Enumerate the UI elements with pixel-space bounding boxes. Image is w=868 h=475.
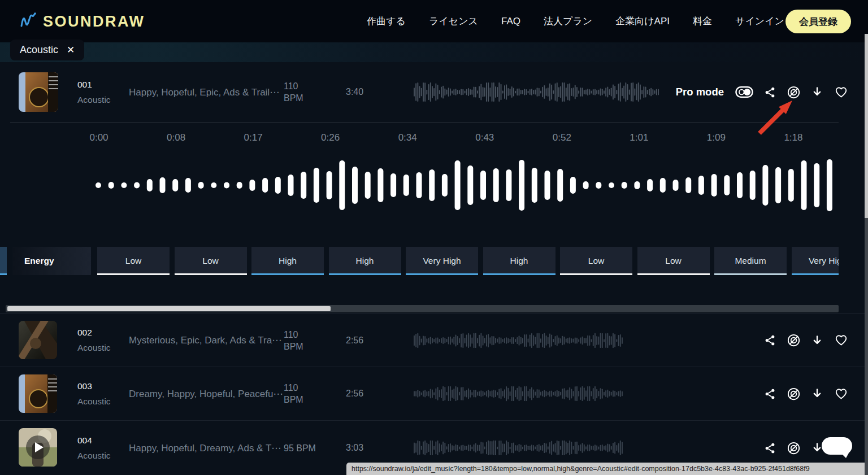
- time-label: 0:43: [475, 132, 494, 143]
- favorite-button[interactable]: [834, 333, 848, 348]
- horizontal-scrollbar[interactable]: [6, 305, 839, 312]
- track-genre: Acoustic: [77, 451, 111, 461]
- track-bpm-unit: BPM: [284, 394, 303, 406]
- genre-filter-tag[interactable]: Acoustic ✕: [10, 40, 84, 60]
- energy-track: LowLowHighHighVery HighHighLowLowMediumV…: [97, 247, 839, 275]
- share-icon: [763, 334, 776, 347]
- share-button[interactable]: [762, 333, 777, 348]
- energy-row-header: Energy: [12, 247, 91, 275]
- energy-segment-medium[interactable]: Medium: [714, 247, 787, 275]
- download-icon: [810, 85, 824, 99]
- energy-level-underline: [97, 273, 170, 275]
- nav-link-create-music[interactable]: 作曲する: [367, 15, 406, 28]
- track-number: 001: [77, 80, 111, 90]
- energy-segment-label: Very High: [423, 256, 461, 266]
- vertical-scrollbar-track[interactable]: [865, 218, 868, 475]
- nav-links: 作曲する ライセンス FAQ 法人プラン 企業向けAPI 料金 サインイン: [367, 0, 784, 42]
- energy-level-underline: [175, 273, 247, 275]
- copyright-free-button[interactable]: [786, 441, 801, 455]
- energy-segment-very-high[interactable]: Very High: [792, 247, 839, 275]
- copyright-free-button[interactable]: [786, 85, 801, 99]
- track-number: 002: [77, 328, 111, 338]
- energy-level-underline: [714, 273, 787, 275]
- time-label: 0:26: [321, 132, 340, 143]
- share-icon: [763, 442, 776, 455]
- share-button[interactable]: [762, 85, 777, 99]
- energy-segment-high[interactable]: High: [329, 247, 401, 275]
- track-thumbnail[interactable]: [19, 72, 58, 112]
- wave-logo-icon: [19, 9, 42, 34]
- share-button[interactable]: [762, 386, 777, 401]
- download-button[interactable]: [810, 386, 824, 401]
- nav-link-license[interactable]: ライセンス: [429, 15, 478, 28]
- track-meta: 004 Acoustic: [77, 421, 111, 475]
- pro-mode-toggle[interactable]: [735, 85, 753, 99]
- energy-segment-very-high[interactable]: Very High: [406, 247, 478, 275]
- time-label: 0:34: [398, 132, 417, 143]
- nav-link-business-plan[interactable]: 法人プラン: [544, 15, 592, 28]
- filter-tag-label: Acoustic: [20, 44, 58, 56]
- favorite-button[interactable]: [834, 85, 848, 99]
- energy-level-underline: [560, 273, 632, 275]
- nav-link-pricing[interactable]: 料金: [693, 15, 712, 28]
- heart-icon: [834, 387, 848, 401]
- heart-icon: [834, 333, 848, 347]
- track-row[interactable]: 002 Acoustic Mysterious, Epic, Dark, Ads…: [0, 314, 868, 367]
- track-meta: 003 Acoustic: [77, 367, 111, 420]
- track-bpm-value: 110: [284, 382, 303, 394]
- download-button[interactable]: [810, 333, 824, 348]
- track-thumbnail[interactable]: [19, 428, 57, 467]
- soundraw-logo[interactable]: SOUNDRAW: [19, 9, 145, 34]
- track-waveform-preview[interactable]: [413, 367, 623, 420]
- share-button[interactable]: [762, 441, 777, 455]
- track-bpm: 110 BPM: [284, 62, 303, 122]
- copyright-free-button[interactable]: [786, 333, 801, 348]
- signup-button[interactable]: 会員登録: [785, 10, 851, 33]
- time-label: 1:09: [707, 132, 726, 143]
- energy-segment-low[interactable]: Low: [637, 247, 710, 275]
- energy-segment-low[interactable]: Low: [560, 247, 632, 275]
- track-thumbnail[interactable]: [19, 374, 57, 413]
- track-bpm: 110 BPM: [284, 367, 303, 420]
- energy-segment-high[interactable]: High: [483, 247, 555, 275]
- favorite-button[interactable]: [834, 386, 848, 401]
- energy-segment-label: Very High: [809, 256, 839, 266]
- composition-waveform[interactable]: [0, 157, 868, 213]
- track-description: Dreamy, Happy, Hopeful, Peacefu⋯: [129, 367, 283, 420]
- track-bpm: 110 BPM: [284, 314, 303, 367]
- energy-segment-low[interactable]: Low: [175, 247, 247, 275]
- copyright-free-icon: [787, 441, 801, 455]
- filter-strip: [0, 42, 868, 62]
- track-bpm-value: 95 BPM: [284, 442, 316, 454]
- vertical-scrollbar-thumb[interactable]: [865, 34, 868, 218]
- horizontal-scrollbar-thumb[interactable]: [7, 306, 331, 311]
- track-description: Mysterious, Epic, Dark, Ads & Tra⋯: [129, 314, 281, 367]
- energy-segment-high[interactable]: High: [251, 247, 324, 275]
- track-bpm-unit: BPM: [284, 341, 303, 352]
- nav-link-faq[interactable]: FAQ: [501, 16, 520, 27]
- track-waveform-preview[interactable]: [413, 62, 659, 122]
- chat-bubble-icon: [821, 435, 853, 459]
- track-waveform-preview[interactable]: [413, 314, 623, 367]
- track-row[interactable]: 003 Acoustic Dreamy, Happy, Hopeful, Pea…: [0, 367, 868, 420]
- energy-segment-label: Low: [665, 256, 681, 266]
- track-description: Happy, Hopeful, Epic, Ads & Trail⋯: [129, 62, 279, 122]
- track-row[interactable]: 001 Acoustic Happy, Hopeful, Epic, Ads &…: [0, 62, 868, 122]
- chat-widget-button[interactable]: [821, 435, 853, 461]
- track-duration: 3:40: [346, 62, 363, 122]
- energy-segment-label: Low: [588, 256, 604, 266]
- time-label: 1:18: [784, 132, 802, 143]
- nav-link-sign-in[interactable]: サインイン: [735, 15, 784, 28]
- energy-segment-partial[interactable]: [0, 247, 7, 275]
- copyright-free-button[interactable]: [786, 386, 801, 401]
- status-url-text: https://soundraw.io/ja/edit_music?length…: [351, 465, 810, 473]
- track-genre: Acoustic: [77, 343, 111, 353]
- nav-link-enterprise-api[interactable]: 企業向けAPI: [615, 15, 670, 28]
- close-icon[interactable]: ✕: [67, 44, 75, 56]
- top-navigation-bar: SOUNDRAW 作曲する ライセンス FAQ 法人プラン 企業向けAPI 料金…: [0, 0, 868, 42]
- status-url-bar: https://soundraw.io/ja/edit_music?length…: [346, 463, 868, 475]
- track-thumbnail[interactable]: [19, 321, 57, 359]
- download-button[interactable]: [810, 85, 824, 99]
- energy-segment-low[interactable]: Low: [97, 247, 170, 275]
- copyright-free-icon: [787, 333, 801, 347]
